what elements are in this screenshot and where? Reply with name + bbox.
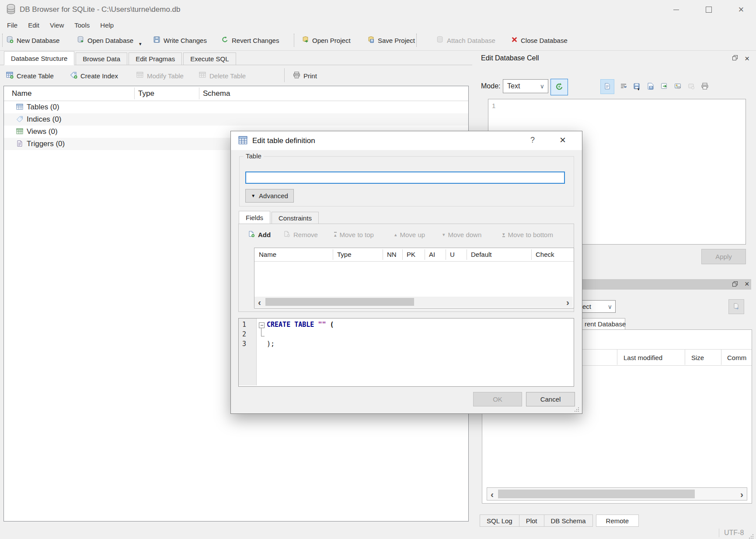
statusbar: UTF-8 <box>0 527 756 539</box>
remote-close-icon[interactable]: × <box>745 280 749 288</box>
print-cell-icon[interactable] <box>701 82 709 91</box>
tab-database-structure[interactable]: Database Structure <box>4 51 74 65</box>
cancel-button[interactable]: Cancel <box>526 392 575 406</box>
open-in-editor-icon[interactable]: ▾ <box>633 82 641 91</box>
open-project-icon <box>302 36 309 45</box>
fields-col-type[interactable]: Type <box>337 251 352 258</box>
print-button[interactable]: Print <box>293 69 317 82</box>
tree-row-tables[interactable]: Tables (0) <box>4 101 468 113</box>
apply-cell-button[interactable] <box>550 79 568 95</box>
import-data-icon[interactable] <box>660 82 668 91</box>
fields-col-default[interactable]: Default <box>471 251 492 258</box>
fields-table[interactable]: Name Type NN PK AI U Default Check <box>254 248 574 308</box>
close-window-button[interactable]: × <box>731 0 751 19</box>
menu-edit[interactable]: Edit <box>23 21 45 29</box>
remote-col-last-modified[interactable]: Last modified <box>624 354 662 361</box>
open-database-dropdown[interactable]: ▾ <box>139 41 142 47</box>
fields-scroll-left-icon[interactable]: ‹ <box>258 298 261 307</box>
dialog-tab-fields[interactable]: Fields <box>239 211 270 224</box>
dialog-titlebar[interactable]: Edit table definition <box>231 131 582 150</box>
link-data-icon[interactable] <box>674 82 682 91</box>
menu-help[interactable]: Help <box>95 21 119 29</box>
text-view-button[interactable] <box>600 79 614 94</box>
bottom-tab-remote[interactable]: Remote <box>596 514 639 527</box>
table-name-input[interactable] <box>245 172 565 184</box>
fields-col-pk[interactable]: PK <box>407 251 415 258</box>
advanced-button[interactable]: ▼ Advanced <box>245 189 294 203</box>
edit-cell-float-icon[interactable] <box>732 55 739 62</box>
dialog-close-button[interactable]: × <box>560 135 566 145</box>
close-database-button[interactable]: Close Database <box>511 34 568 47</box>
maximize-button[interactable] <box>699 0 719 19</box>
save-cell-icon[interactable] <box>647 82 655 91</box>
ok-button-label: OK <box>493 396 502 403</box>
word-wrap-icon[interactable] <box>620 83 627 91</box>
tree-col-schema[interactable]: Schema <box>203 89 230 98</box>
revert-changes-button[interactable]: Revert Changes <box>221 34 279 47</box>
tab-edit-pragmas[interactable]: Edit Pragmas <box>129 52 182 65</box>
window-title: DB Browser for SQLite - C:\Users\turne\d… <box>20 5 181 14</box>
fields-scroll-thumb[interactable] <box>265 298 414 306</box>
fields-scroll-right-icon[interactable]: › <box>566 298 569 307</box>
new-database-button[interactable]: New Database <box>6 34 59 47</box>
tab-execute-sql[interactable]: Execute SQL <box>183 52 236 65</box>
bottom-tab-sql-log[interactable]: SQL Log <box>480 514 519 527</box>
edit-cell-close-icon[interactable]: × <box>745 54 749 63</box>
add-field-icon <box>248 231 255 239</box>
menu-file[interactable]: File <box>2 21 23 29</box>
fields-col-nn[interactable]: NN <box>387 251 397 258</box>
add-field-button[interactable]: Add <box>248 229 271 240</box>
maximize-icon <box>706 7 712 13</box>
create-index-button[interactable]: Create Index <box>70 69 118 82</box>
remote-col-commit[interactable]: Comm <box>727 354 746 361</box>
tree-col-name[interactable]: Name <box>12 89 31 98</box>
open-database-button[interactable]: Open Database <box>77 34 133 47</box>
statusbar-encoding[interactable]: UTF-8 <box>724 529 744 537</box>
create-table-button[interactable]: Create Table <box>6 69 54 82</box>
write-changes-button[interactable]: Write Changes <box>153 34 207 47</box>
open-project-button[interactable]: Open Project <box>302 34 351 47</box>
save-project-button[interactable]: Save Project <box>367 34 415 47</box>
tree-row-indices[interactable]: Indices (0) <box>4 113 468 126</box>
remove-field-button: Remove <box>283 229 318 240</box>
move-down-button: ▾ Move down <box>442 229 481 240</box>
create-table-label: Create Table <box>17 72 54 80</box>
sql-preview[interactable]: 1 2 3 CREATE TABLE "" ( ); <box>238 318 574 387</box>
delete-table-button: Delete Table <box>199 69 246 82</box>
remote-col-size[interactable]: Size <box>691 354 704 361</box>
tab-browse-data[interactable]: Browse Data <box>76 52 127 65</box>
mode-select[interactable]: Text ∨ <box>503 79 548 93</box>
edit-cell-title: Edit Database Cell <box>481 54 539 62</box>
fold-line <box>261 328 265 336</box>
menu-tools[interactable]: Tools <box>69 21 95 29</box>
edit-cell-float-button[interactable] <box>688 54 697 63</box>
remote-scroll-left-icon[interactable]: ‹ <box>491 490 494 499</box>
tree-col-type[interactable]: Type <box>138 89 154 98</box>
remote-scroll-right-icon[interactable]: › <box>740 490 743 499</box>
dialog-tab-constraints[interactable]: Constraints <box>272 212 319 224</box>
dialog-help-button[interactable]: ? <box>530 136 535 145</box>
bottom-tab-db-schema[interactable]: DB Schema <box>544 514 593 527</box>
fields-col-name[interactable]: Name <box>259 251 276 258</box>
remote-scroll-thumb[interactable] <box>498 490 695 498</box>
bottom-tab-plot[interactable]: Plot <box>519 514 544 527</box>
remote-hscrollbar[interactable]: ‹ › <box>487 487 747 500</box>
fields-col-ai[interactable]: AI <box>429 251 435 258</box>
bottom-dock-tabbar: SQL Log Plot DB Schema Remote <box>480 514 639 527</box>
remove-field-label: Remove <box>293 231 318 238</box>
edit-cell-titlebar: Edit Database Cell <box>477 52 751 64</box>
cancel-button-label: Cancel <box>540 396 561 403</box>
fields-col-u[interactable]: U <box>450 251 455 258</box>
remote-float-icon[interactable] <box>732 281 739 288</box>
menu-view[interactable]: View <box>45 21 69 29</box>
sql-gutter <box>239 318 257 385</box>
triggers-icon <box>16 140 23 148</box>
dialog-resize-grip[interactable] <box>574 406 579 413</box>
fold-marker-icon[interactable] <box>259 322 265 328</box>
sql-table-name: "" <box>318 321 326 329</box>
fields-col-check[interactable]: Check <box>536 251 554 258</box>
dialog-tab-constraints-label: Constraints <box>279 214 312 222</box>
fields-hscrollbar[interactable]: ‹ › <box>254 297 573 307</box>
table-group-label: Table <box>244 152 264 160</box>
minimize-button[interactable] <box>666 0 686 19</box>
